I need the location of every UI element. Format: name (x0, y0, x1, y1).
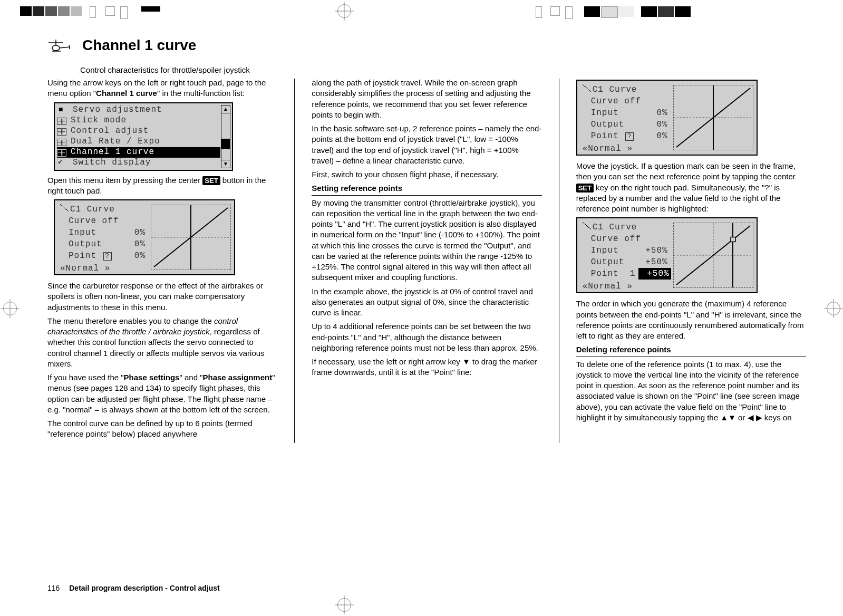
set-key-icon: SET (576, 184, 594, 193)
menu-item-label: Stick mode (71, 115, 127, 127)
body-text: If necessary, use the left or right arro… (312, 357, 541, 378)
body-text: In the example above, the joystick is at… (312, 286, 541, 319)
stick-icon (57, 149, 66, 157)
curve-screenshot: C1 Curve Curve off Input+50% Output+50% … (576, 217, 758, 293)
registration-mark-icon (827, 302, 840, 315)
curve-icon (583, 84, 591, 92)
switch-icon (57, 159, 69, 167)
registration-mark-icon (337, 598, 351, 612)
curve-graph (673, 85, 753, 150)
svg-line-3 (60, 47, 70, 48)
crop-marks (0, 5, 843, 21)
curve-screenshot: C1 Curve Curve off Input0% Output0% Poin… (54, 199, 235, 275)
body-text: Up to 4 additional reference points can … (312, 321, 541, 353)
scroll-up-icon: ▲ (221, 105, 230, 113)
registration-mark-icon (337, 4, 351, 18)
svg-rect-18 (731, 237, 735, 242)
footer-section: Detail program description - Control adj… (69, 584, 219, 592)
menu-screenshot: Servo adjustment Stick mode Control adju… (54, 102, 233, 171)
set-key-icon: SET (202, 176, 220, 186)
column-divider (294, 79, 295, 443)
curve-icon (60, 204, 69, 211)
body-text: The menu therefore enables you to change… (47, 316, 277, 369)
registration-mark-icon (3, 302, 17, 315)
menu-item-label: Switch display (73, 157, 151, 169)
page-footer: 116 Detail program description - Control… (47, 584, 220, 592)
body-text: By moving the transmitter control (throt… (312, 198, 541, 283)
body-text: along the path of joystick travel. While… (312, 78, 541, 120)
stick-icon (57, 128, 66, 136)
column-divider (559, 79, 559, 443)
body-text: Open this menu item by pressing the cent… (47, 175, 277, 197)
menu-item-label: Servo adjustment (73, 104, 162, 116)
stick-icon (57, 139, 66, 146)
body-text: Move the joystick. If a question mark ca… (576, 161, 806, 214)
curve-icon (583, 222, 591, 229)
body-text: If you have used the "Phase settings" an… (47, 372, 277, 415)
page-subtitle: Control characteristics for throttle/spo… (80, 65, 806, 74)
page-number: 116 (47, 584, 60, 592)
menu-item-label: Dual Rate / Expo (71, 136, 160, 148)
section-header: Deleting reference points (576, 344, 806, 357)
heli-model-icon (47, 40, 71, 53)
curve-graph (151, 205, 231, 270)
body-text: First, switch to your chosen flight phas… (312, 169, 541, 180)
menu-item-label: Control adjust (71, 126, 149, 137)
page-title: Channel 1 curve (82, 37, 196, 54)
body-text: The control curve can be defined by up t… (47, 418, 277, 440)
curve-screenshot: C1 Curve Curve off Input0% Output0% Poin… (576, 80, 758, 156)
stick-icon (57, 118, 66, 125)
curve-graph (673, 223, 753, 288)
menu-item-label: Channel 1 curve (71, 147, 154, 158)
scroll-down-icon: ▼ (221, 160, 230, 168)
body-text: To delete one of the reference points (1… (576, 359, 806, 424)
body-text: Since the carburetor response or the eff… (47, 281, 277, 313)
svg-point-2 (52, 45, 60, 51)
section-header: Setting reference points (312, 183, 541, 195)
body-text: Using the arrow keys on the left or righ… (47, 78, 277, 99)
scrollbar: ▲ ▼ (221, 105, 230, 168)
body-text: The order in which you generate the (max… (576, 299, 806, 341)
body-text: In the basic software set-up, 2 referenc… (312, 123, 541, 166)
servo-icon (57, 106, 69, 114)
